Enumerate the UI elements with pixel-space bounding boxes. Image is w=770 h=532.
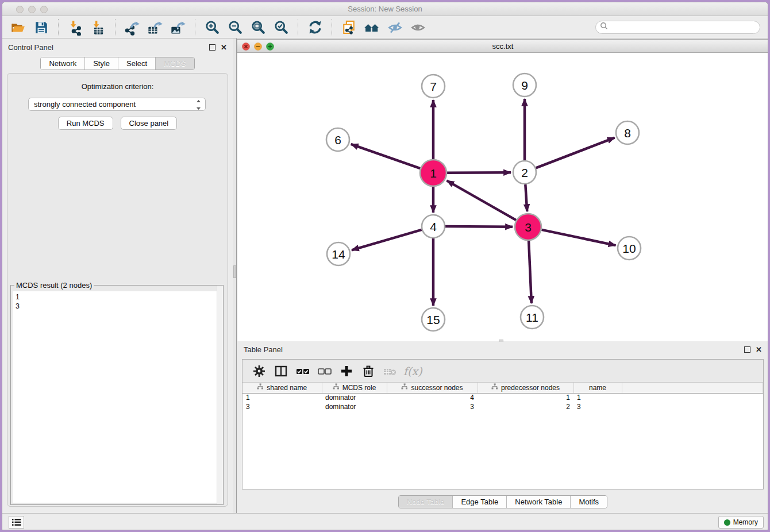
tab-node-table[interactable]: Node Table <box>399 496 453 508</box>
tab-select[interactable]: Select <box>118 57 156 70</box>
edge-2-3[interactable] <box>525 184 527 211</box>
node-15[interactable]: 15 <box>422 308 445 331</box>
cell-successor-nodes[interactable]: 3 <box>387 402 478 411</box>
table-tabs: Node TableEdge TableNetwork TableMotifs <box>398 495 607 508</box>
import-network-icon[interactable] <box>66 18 85 37</box>
svg-text:2: 2 <box>521 166 528 179</box>
node-table-area: f(x) shared nameMCDS rolesuccessor nodes… <box>242 359 764 489</box>
criterion-value: strongly connected component <box>34 100 136 109</box>
network-window: scc.txt 1234678910111415 <box>237 38 768 341</box>
tab-motifs[interactable]: Motifs <box>571 496 607 508</box>
first-neighbors-icon[interactable] <box>362 18 382 37</box>
network-file-icon[interactable] <box>339 18 359 37</box>
column-header-filler <box>622 383 763 393</box>
refresh-icon[interactable] <box>305 18 325 37</box>
edge-1-6[interactable] <box>351 144 421 168</box>
edge-3-11[interactable] <box>529 241 532 303</box>
cell-shared-name[interactable]: 3 <box>242 402 322 411</box>
column-header-successor-nodes[interactable]: successor nodes <box>387 383 478 393</box>
cell-MCDS-role[interactable]: dominator <box>322 393 387 402</box>
delete-table-icon <box>382 363 399 379</box>
tab-mcds[interactable]: MCDS <box>156 57 194 70</box>
zoom-in-icon[interactable] <box>202 18 222 37</box>
cell-shared-name[interactable]: 1 <box>242 393 322 402</box>
function-builder-icon: f(x) <box>403 365 422 377</box>
search-input[interactable] <box>609 22 760 33</box>
splitter-handle[interactable] <box>233 265 236 278</box>
column-header-shared-name[interactable]: shared name <box>242 383 322 393</box>
zoom-fit-icon[interactable] <box>248 18 268 37</box>
save-session-icon[interactable] <box>32 18 51 37</box>
close-panel-button[interactable]: Close panel <box>121 117 178 130</box>
cell-name[interactable]: 3 <box>573 402 622 411</box>
criterion-dropdown[interactable]: strongly connected component <box>28 98 206 111</box>
import-table-icon[interactable] <box>88 18 108 37</box>
cell-predecessor-nodes[interactable]: 1 <box>478 393 573 402</box>
cell-MCDS-role[interactable]: dominator <box>322 402 387 411</box>
tab-network-table[interactable]: Network Table <box>507 496 571 508</box>
node-4[interactable]: 4 <box>422 215 445 238</box>
column-header-MCDS-role[interactable]: MCDS role <box>322 383 387 393</box>
node-7[interactable]: 7 <box>422 75 445 98</box>
node-11[interactable]: 11 <box>521 306 544 329</box>
node-10[interactable]: 10 <box>618 237 641 260</box>
panel-splitter[interactable] <box>233 38 237 513</box>
delete-column-icon[interactable] <box>360 363 377 379</box>
cell-successor-nodes[interactable]: 4 <box>387 393 478 402</box>
column-header-name[interactable]: name <box>573 383 622 393</box>
svg-text:10: 10 <box>622 242 636 255</box>
float-table-panel-icon[interactable] <box>744 346 750 353</box>
run-mcds-button[interactable]: Run MCDS <box>58 117 113 130</box>
deselect-all-icon[interactable] <box>316 363 333 379</box>
edge-4-14[interactable] <box>352 230 422 250</box>
export-network-icon[interactable] <box>122 18 142 37</box>
node-6[interactable]: 6 <box>326 128 349 151</box>
task-history-button[interactable] <box>9 516 24 529</box>
node-3[interactable]: 3 <box>515 214 541 240</box>
mcds-panel: Optimization criterion: strongly connect… <box>7 73 228 507</box>
show-all-icon[interactable] <box>408 18 428 37</box>
toolbar-separator <box>332 19 332 36</box>
select-all-icon[interactable] <box>294 363 311 379</box>
hide-selected-icon[interactable] <box>385 18 405 37</box>
tab-edge-table[interactable]: Edge Table <box>453 496 507 508</box>
main-toolbar <box>2 17 768 38</box>
column-header-predecessor-nodes[interactable]: predecessor nodes <box>478 383 573 393</box>
edge-4-3[interactable] <box>445 226 513 227</box>
tab-network[interactable]: Network <box>41 57 85 70</box>
zoom-out-icon[interactable] <box>225 18 245 37</box>
svg-text:8: 8 <box>624 126 631 140</box>
table-row[interactable]: 3dominator323 <box>242 402 763 411</box>
memory-button[interactable]: Memory <box>718 516 764 529</box>
network-canvas[interactable]: 1234678910111415 <box>237 53 768 341</box>
control-panel-title: Control Panel <box>8 43 209 52</box>
add-column-icon[interactable] <box>338 363 355 379</box>
split-panel-icon[interactable] <box>272 363 290 379</box>
edge-1-2[interactable] <box>447 172 511 173</box>
cell-predecessor-nodes[interactable]: 2 <box>478 402 573 411</box>
settings-gear-icon[interactable] <box>251 363 268 379</box>
tab-style[interactable]: Style <box>85 57 118 70</box>
hierarchy-icon <box>333 383 340 392</box>
node-2[interactable]: 2 <box>513 161 536 184</box>
table-row[interactable]: 1dominator411 <box>242 393 763 402</box>
mcds-result-text[interactable]: 1 3 <box>13 291 221 503</box>
node-1[interactable]: 1 <box>420 160 446 186</box>
open-session-icon[interactable] <box>9 18 28 37</box>
node-9[interactable]: 9 <box>513 74 536 97</box>
edge-3-10[interactable] <box>542 230 616 245</box>
edge-2-8[interactable] <box>536 138 615 168</box>
export-table-icon[interactable] <box>145 18 165 37</box>
search-icon <box>600 22 609 33</box>
edge-3-1[interactable] <box>447 180 517 220</box>
node-14[interactable]: 14 <box>327 242 350 265</box>
float-panel-icon[interactable] <box>209 44 215 51</box>
table-panel: Table Panel ✕ f(x) shared nameMCDS roles… <box>237 342 768 513</box>
close-table-panel-icon[interactable]: ✕ <box>756 346 762 353</box>
search-box[interactable] <box>595 21 760 34</box>
zoom-selected-icon[interactable] <box>271 18 291 37</box>
close-panel-icon[interactable]: ✕ <box>221 44 227 51</box>
cell-name[interactable]: 1 <box>573 393 622 402</box>
node-8[interactable]: 8 <box>616 121 639 144</box>
export-image-icon[interactable] <box>168 18 188 37</box>
